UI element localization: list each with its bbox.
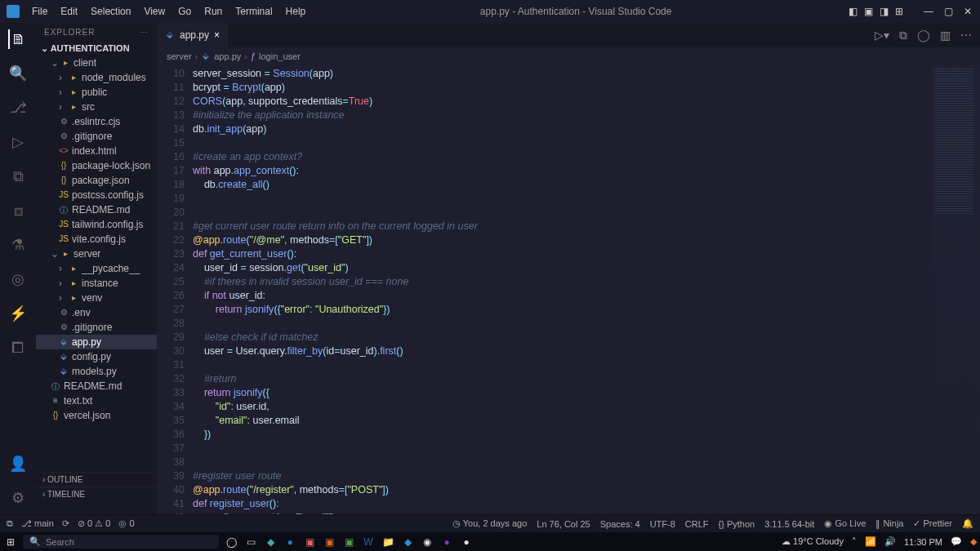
settings-gear-icon[interactable]: ⚙ [8,488,28,508]
minimize-button[interactable]: — [923,6,934,17]
layout-controls[interactable]: ◧ ▣ ◨ ⊞ [847,6,905,17]
accounts-icon[interactable]: 👤 [8,454,28,473]
app-icon[interactable]: ● [439,535,454,549]
cursor-position[interactable]: Ln 76, Col 25 [537,519,590,529]
menu-go[interactable]: Go [172,2,197,20]
breadcrumb[interactable]: server › ⬙ app.py › ƒ login_user [157,47,980,65]
taskbar-search[interactable]: 🔍 Search [23,535,219,549]
language-mode[interactable]: {} Python [719,519,755,529]
file-tree-item[interactable]: ▸public [36,85,157,100]
file-tree-item[interactable]: ⚙.eslintrc.cjs [36,114,157,129]
file-tree-item[interactable]: ⓘREADME.md [36,202,157,217]
file-tree-item[interactable]: ≡text.txt [36,393,157,408]
test-icon[interactable]: ⚗ [8,235,28,255]
notifications-icon[interactable]: 🔔 [962,518,973,529]
app-icon[interactable]: ▣ [322,535,336,549]
notification-center-icon[interactable]: 💬 [951,536,962,547]
python-interpreter[interactable]: 3.11.5 64-bit [764,519,814,529]
file-tree-item[interactable]: ▸venv [36,291,157,305]
file-tree-item[interactable]: ▸client [36,56,157,70]
file-tree-item[interactable]: JSvite.config.js [36,232,157,247]
customize-layout-icon[interactable]: ⊞ [893,6,905,17]
source-control-icon[interactable]: ⎇ [8,98,28,118]
toggle-primary-sidebar-icon[interactable]: ◧ [847,6,858,17]
run-file-icon[interactable]: ▷▾ [875,29,889,42]
weather-widget[interactable]: ☁ 19°C Cloudy [782,536,844,547]
file-tree-item[interactable]: ▸__pycache__ [36,261,157,276]
cortana-icon[interactable]: ◯ [224,535,238,549]
thunder-icon[interactable]: ⚡ [8,304,28,323]
menu-edit[interactable]: Edit [55,2,83,20]
word-icon[interactable]: W [361,535,376,549]
app-icon[interactable]: ◆ [263,535,278,549]
sidebar-more-icon[interactable]: ⋯ [140,28,149,37]
problems[interactable]: ⊘ 0 ⚠ 0 [78,518,110,529]
git-icon[interactable]: ◯ [917,29,930,42]
sync-icon[interactable]: ⟳ [62,518,69,529]
outline-section[interactable]: OUTLINE [36,472,157,487]
search-icon[interactable]: 🔍 [8,64,28,83]
menu-help[interactable]: Help [280,2,312,20]
file-tree-item[interactable]: {}package.json [36,173,157,188]
edge-icon[interactable]: ● [283,535,297,549]
breadcrumb-file[interactable]: app.py [214,51,241,61]
compare-icon[interactable]: ⧉ [899,29,907,42]
file-tree-item[interactable]: ▸server [36,247,157,261]
app-icon[interactable]: ▣ [341,535,356,549]
tab-app-py[interactable]: ⬙ app.py × [157,23,229,47]
extensions-icon[interactable]: ⧉ [8,167,28,186]
more-actions-icon[interactable]: ⋯ [960,29,972,42]
vscode-taskbar-icon[interactable]: ◆ [400,535,415,549]
minimap[interactable] [931,65,980,514]
timeline-section[interactable]: TIMELINE [36,487,157,501]
file-tree-item[interactable]: ⬙config.py [36,349,157,364]
tray-chevron-icon[interactable]: ˄ [852,536,857,547]
copilot-icon[interactable]: ◆ [970,536,977,547]
app-icon[interactable]: ● [459,535,474,549]
clock[interactable]: 11:30 PM [904,537,942,547]
start-button[interactable]: ⊞ [3,535,18,549]
ports[interactable]: ◎ 0 [118,518,134,529]
terminal-panel-icon[interactable]: ⧠ [8,338,28,358]
database-icon[interactable]: ◎ [8,269,28,289]
close-button[interactable]: ✕ [962,6,973,17]
file-tree-item[interactable]: ⬙app.py [36,335,157,349]
remote-icon[interactable]: ⧈ [8,201,28,220]
toggle-panel-icon[interactable]: ▣ [862,6,874,17]
file-tree-item[interactable]: ⬙models.py [36,364,157,379]
prettier[interactable]: ✓ Prettier [913,518,952,529]
file-tree-item[interactable]: JSpostcss.config.js [36,188,157,202]
file-tree-item[interactable]: <>index.html [36,144,157,158]
workspace-root[interactable]: AUTHENTICATION [36,42,157,56]
toggle-secondary-sidebar-icon[interactable]: ◨ [878,6,889,17]
menu-terminal[interactable]: Terminal [229,2,278,20]
breadcrumb-symbol[interactable]: login_user [259,51,301,61]
menu-file[interactable]: File [26,2,53,20]
file-tree-item[interactable]: ▸instance [36,276,157,291]
indentation[interactable]: Spaces: 4 [600,519,640,529]
file-tree-item[interactable]: ⚙.gitignore [36,320,157,335]
remote-indicator-icon[interactable]: ⧉ [7,518,13,529]
task-view-icon[interactable]: ▭ [243,535,258,549]
maximize-button[interactable]: ▢ [942,6,954,17]
git-branch[interactable]: ⎇ main [21,518,54,529]
eol[interactable]: CRLF [685,519,709,529]
menu-run[interactable]: Run [198,2,228,20]
run-debug-icon[interactable]: ▷ [8,132,28,152]
close-tab-icon[interactable]: × [214,29,220,41]
split-editor-icon[interactable]: ▥ [940,29,951,42]
file-tree-item[interactable]: ▸src [36,100,157,114]
wifi-icon[interactable]: 📶 [865,536,876,547]
file-tree-item[interactable]: ⓘREADME.md [36,379,157,393]
menu-selection[interactable]: Selection [85,2,136,20]
file-tree-item[interactable]: ⚙.env [36,305,157,320]
encoding[interactable]: UTF-8 [650,519,675,529]
file-tree-item[interactable]: {}vercel.json [36,408,157,423]
chrome-icon[interactable]: ◉ [420,535,434,549]
ninja[interactable]: ‖ Ninja [875,518,903,529]
volume-icon[interactable]: 🔊 [884,536,896,547]
file-tree-item[interactable]: ⚙.gitignore [36,129,157,144]
code-editor[interactable]: 1011121314151617181920212223242526272829… [157,65,980,514]
git-blame[interactable]: ◷ You, 2 days ago [452,518,527,529]
menu-view[interactable]: View [138,2,171,20]
